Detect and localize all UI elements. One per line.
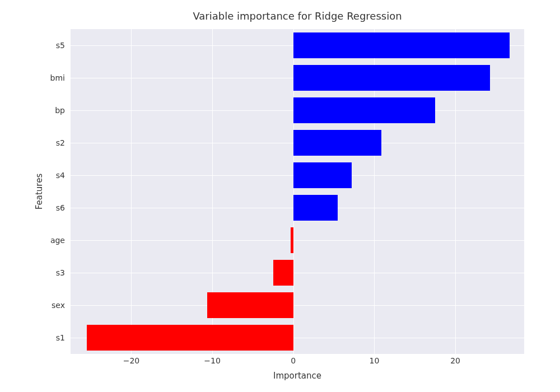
bar <box>291 227 293 253</box>
plot-area <box>71 29 524 354</box>
y-tick-label: s4 <box>31 171 65 180</box>
gridline <box>71 273 524 273</box>
y-tick-label: s3 <box>31 268 65 277</box>
x-axis-label: Importance <box>71 371 524 381</box>
x-tick-label: −20 <box>123 356 140 365</box>
x-tick-label: −10 <box>204 356 221 365</box>
y-tick-label: s1 <box>31 333 65 342</box>
y-tick-label: bmi <box>31 73 65 82</box>
y-tick-label: s2 <box>31 138 65 147</box>
bar <box>207 292 293 318</box>
y-tick-label: s6 <box>31 203 65 212</box>
y-tick-label: s5 <box>31 41 65 50</box>
gridline <box>71 240 524 241</box>
bar <box>293 97 435 123</box>
y-tick-label: bp <box>31 106 65 115</box>
x-tick-label: 20 <box>450 356 460 365</box>
bar <box>87 325 293 351</box>
y-tick-label: age <box>31 236 65 245</box>
bar <box>293 32 510 58</box>
bar <box>293 195 338 221</box>
gridline <box>71 305 524 306</box>
y-tick-label: sex <box>31 301 65 310</box>
chart-title: Variable importance for Ridge Regression <box>71 10 524 22</box>
x-tick-label: 0 <box>291 356 296 365</box>
chart-figure: Variable importance for Ridge Regression… <box>0 0 560 392</box>
x-tick-label: 10 <box>369 356 379 365</box>
bar <box>293 130 382 156</box>
bar <box>293 162 352 188</box>
bar <box>273 260 293 286</box>
bar <box>293 65 490 91</box>
